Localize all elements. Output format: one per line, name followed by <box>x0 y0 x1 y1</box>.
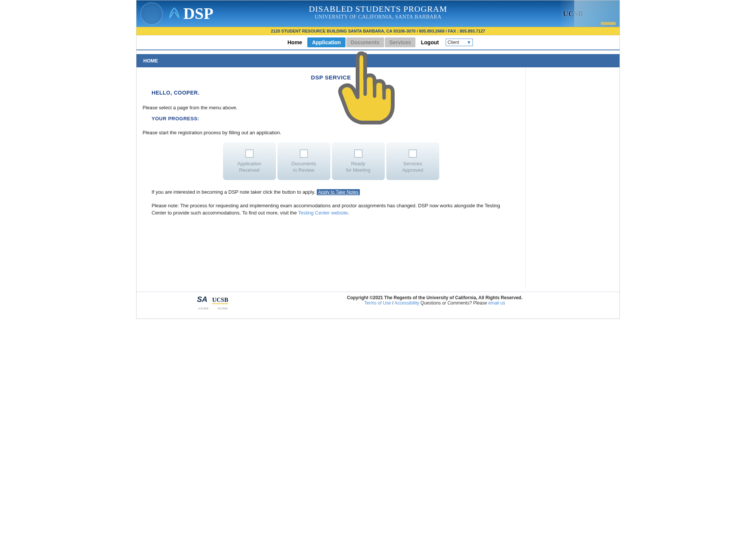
footer: SA UCSB HOME HOME Copyright ©2021 The Re… <box>136 292 620 319</box>
chevron-down-icon: ▼ <box>467 40 471 45</box>
notetaker-line: If you are interested in becoming a DSP … <box>136 185 525 199</box>
questions-text: Questions or Comments? Please <box>419 300 488 306</box>
progress-card-documents: Documents in Review <box>277 142 330 180</box>
card-line2: for Meeting <box>346 167 370 173</box>
card-line2: Approved <box>402 167 423 173</box>
nav-services: Services <box>385 37 416 47</box>
exam-note-post: . <box>348 210 349 216</box>
nav-documents: Documents <box>346 37 384 47</box>
card-line2: Received <box>239 167 259 173</box>
side-panel <box>526 67 620 288</box>
accessibility-link[interactable]: Accessibility <box>395 300 419 306</box>
role-select-value: Client <box>448 40 459 45</box>
laurel-icon <box>167 6 182 21</box>
nav-application[interactable]: Application <box>307 37 345 47</box>
card-line2: in Review <box>293 167 314 173</box>
ucsb-home-link[interactable]: HOME <box>217 307 228 310</box>
start-text: Please start the registration process by… <box>136 123 525 137</box>
nav-home[interactable]: Home <box>283 37 307 47</box>
main-panel: DSP SERVICE HELLO, COOPER. Please select… <box>136 67 526 288</box>
greeting: HELLO, COOPER. <box>136 83 525 98</box>
panel-title: DSP SERVICE <box>136 67 525 83</box>
checkbox-icon <box>245 149 254 158</box>
nav-bar: Home Application Documents Services Logo… <box>136 35 620 50</box>
role-select[interactable]: Client ▼ <box>446 39 473 46</box>
progress-cards: Application Received Documents in Review… <box>136 137 525 185</box>
campus-photo <box>574 0 620 27</box>
card-line1: Ready <box>351 161 366 166</box>
progress-card-application: Application Received <box>223 142 276 180</box>
progress-heading: YOUR PROGRESS: <box>136 112 525 123</box>
program-title: DISABLED STUDENTS PROGRAM <box>309 4 447 14</box>
checkbox-icon <box>300 149 308 158</box>
footer-ucsb-logo[interactable]: UCSB <box>212 297 228 304</box>
email-us-link[interactable]: email us <box>488 300 505 306</box>
program-subtitle: UNIVERSITY OF CALIFORNIA, SANTA BARBARA <box>309 14 447 20</box>
header-banner: DSP DISABLED STUDENTS PROGRAM UNIVERSITY… <box>136 0 620 27</box>
section-heading: HOME <box>136 54 620 67</box>
address-bar: 2120 STUDENT RESOURCE BUILDING SANTA BAR… <box>136 27 620 35</box>
uc-seal-icon <box>140 2 163 25</box>
testing-center-link[interactable]: Testing Center website <box>298 210 348 216</box>
checkbox-icon <box>354 149 363 158</box>
progress-card-services: Services Approved <box>386 142 439 180</box>
exam-note: Please note: The process for requesting … <box>136 199 525 220</box>
terms-link[interactable]: Terms of Use <box>364 300 391 306</box>
card-line1: Documents <box>291 161 316 166</box>
dsp-logo-text: DSP <box>183 5 213 23</box>
checkbox-icon <box>409 149 417 158</box>
notetaker-text: If you are interested in becoming a DSP … <box>152 189 317 195</box>
apply-notes-button[interactable]: Apply to Take Notes <box>317 189 360 195</box>
progress-card-ready: Ready for Meeting <box>332 142 385 180</box>
card-line1: Services <box>403 161 422 166</box>
copyright-text: Copyright ©2021 The Regents of the Unive… <box>257 295 612 300</box>
sa-home-link[interactable]: HOME <box>198 307 209 310</box>
sa-logo[interactable]: SA <box>197 295 208 304</box>
instruction-text: Please select a page from the menu above… <box>136 98 525 112</box>
nav-logout[interactable]: Logout <box>416 37 443 47</box>
dsp-logo: DSP <box>167 5 213 23</box>
card-line1: Application <box>237 161 262 166</box>
